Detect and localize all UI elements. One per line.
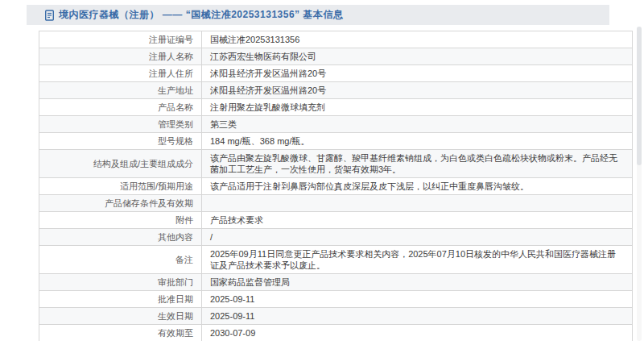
field-label: 有效期至	[39, 325, 202, 341]
document-icon	[44, 10, 55, 21]
table-row: 附件产品技术要求	[39, 212, 633, 229]
table-row: 生效日期2025-09-11	[39, 308, 633, 325]
table-row: 产品储存条件及有效期	[39, 195, 633, 212]
registration-info-table-body: 注册证编号国械注准20253131356注册人名称江苏西宏生物医药有限公司注册人…	[39, 31, 633, 341]
field-label: 审批部门	[39, 274, 202, 291]
table-row: 生产地址沭阳县经济开发区温州路20号	[39, 82, 633, 99]
field-value	[202, 195, 633, 212]
table-row: 管理类别第三类	[39, 116, 633, 133]
field-value: /	[202, 229, 633, 246]
table-row: 注册证编号国械注准20253131356	[39, 31, 633, 48]
field-value: 注射用聚左旋乳酸微球填充剂	[202, 99, 633, 116]
field-label: 生效日期	[39, 308, 202, 325]
field-value: 沭阳县经济开发区温州路20号	[202, 82, 633, 99]
table-row: 审批部门国家药品监督管理局	[39, 274, 633, 291]
table-row: 有效期至2030-07-09	[39, 325, 633, 341]
page: 境内医疗器械（注册） —— “国械注准20253131356” 基本信息 注册证…	[0, 0, 644, 341]
field-value: 产品技术要求	[202, 212, 633, 229]
table-row: 型号规格184 mg/瓶、368 mg/瓶。	[39, 133, 633, 150]
field-label: 注册证编号	[39, 31, 202, 48]
table-row: 适用范围/预期用途该产品适用于注射到鼻唇沟部位真皮深层及皮下浅层，以纠正中重度鼻…	[39, 178, 633, 195]
field-value: 2025年09月11日同意更正产品技术要求相关内容，2025年07月10日核发的…	[202, 246, 633, 274]
field-value: 该产品适用于注射到鼻唇沟部位真皮深层及皮下浅层，以纠正中重度鼻唇沟皱纹。	[202, 178, 633, 195]
table-row: 产品名称注射用聚左旋乳酸微球填充剂	[39, 99, 633, 116]
field-label: 生产地址	[39, 82, 202, 99]
field-value: 2025-09-11	[202, 308, 633, 325]
field-label: 管理类别	[39, 116, 202, 133]
field-label: 注册人住所	[39, 65, 202, 82]
field-value: 2025-09-11	[202, 291, 633, 308]
table-row: 注册人名称江苏西宏生物医药有限公司	[39, 48, 633, 65]
field-value: 国械注准20253131356	[202, 31, 633, 48]
field-label: 适用范围/预期用途	[39, 178, 202, 195]
scrollbar-thumb[interactable]	[637, 27, 642, 165]
field-label: 结构及组成/主要组成成分	[39, 150, 202, 178]
field-value: 第三类	[202, 116, 633, 133]
table-row: 结构及组成/主要组成成分该产品由聚左旋乳酸微球、甘露醇、羧甲基纤维素钠组成，为白…	[39, 150, 633, 178]
field-value: 该产品由聚左旋乳酸微球、甘露醇、羧甲基纤维素钠组成，为白色或类白色疏松块状物或粉…	[202, 150, 633, 178]
field-value: 江苏西宏生物医药有限公司	[202, 48, 633, 65]
field-label: 产品名称	[39, 99, 202, 116]
table-row: 备注2025年09月11日同意更正产品技术要求相关内容，2025年07月10日核…	[39, 246, 633, 274]
registration-info-table: 注册证编号国械注准20253131356注册人名称江苏西宏生物医药有限公司注册人…	[39, 31, 633, 341]
table-row: 其他内容/	[39, 229, 633, 246]
page-header: 境内医疗器械（注册） —— “国械注准20253131356” 基本信息	[27, 5, 609, 25]
field-label: 批准日期	[39, 291, 202, 308]
field-value: 184 mg/瓶、368 mg/瓶。	[202, 133, 633, 150]
table-row: 注册人住所沭阳县经济开发区温州路20号	[39, 65, 633, 82]
page-title: 境内医疗器械（注册） —— “国械注准20253131356” 基本信息	[59, 8, 343, 22]
field-label: 其他内容	[39, 229, 202, 246]
vertical-scrollbar[interactable]	[637, 27, 642, 341]
field-label: 型号规格	[39, 133, 202, 150]
field-value: 2030-07-09	[202, 325, 633, 341]
field-value: 国家药品监督管理局	[202, 274, 633, 291]
table-row: 批准日期2025-09-11	[39, 291, 633, 308]
field-value: 沭阳县经济开发区温州路20号	[202, 65, 633, 82]
field-label: 注册人名称	[39, 48, 202, 65]
field-label: 备注	[39, 246, 202, 274]
field-label: 附件	[39, 212, 202, 229]
field-label: 产品储存条件及有效期	[39, 195, 202, 212]
